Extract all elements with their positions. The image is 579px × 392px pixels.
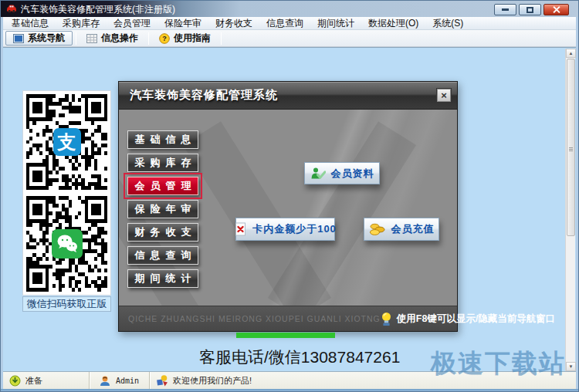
menu-item-7[interactable]: 数据处理(O)	[361, 17, 425, 30]
title-bar: 汽车装饰美容修配管理系统(非注册版)	[1, 1, 578, 17]
status-ready-cell: 准备	[3, 372, 90, 389]
vertical-scrollbar[interactable]: ▲ ▼	[565, 49, 575, 371]
alipay-qr-code: 支	[26, 94, 107, 190]
welcome-icon	[156, 374, 168, 387]
nav-button-column: 基础信息采购库存会员管理保险年审财务收支信息查询期间统计	[127, 130, 198, 288]
nav-button-0[interactable]: 基础信息	[127, 130, 198, 149]
toolbar-button-info-ops[interactable]: 信息操作	[80, 31, 145, 46]
nav-button-label: 保险年审	[135, 202, 197, 216]
v-watermark	[268, 121, 416, 306]
user-icon	[99, 375, 111, 387]
toolbar-label: 使用指南	[174, 32, 211, 45]
menu-item-0[interactable]: 基础信息	[5, 17, 56, 30]
svg-text:?: ?	[162, 35, 167, 42]
window-controls	[494, 4, 569, 15]
member-icon	[310, 167, 326, 181]
footer-romanized-text: QICHE ZHUANGSHI MEIRONG XIOUPEI GUANLI X…	[128, 314, 381, 323]
maximize-button[interactable]	[519, 4, 541, 15]
logged-in-user: Admin	[116, 377, 139, 385]
close-button[interactable]	[543, 4, 569, 15]
nav-button-label: 会员管理	[135, 179, 197, 193]
navigation-window-body: 基础信息采购库存会员管理保险年审财务收支信息查询期间统计 会员资料卡内金额少于1…	[119, 110, 457, 306]
menu-item-3[interactable]: 保险年审	[157, 17, 208, 30]
qr-panel: 支 微信扫码获取正版	[22, 90, 111, 312]
nav-button-5[interactable]: 信息查询	[127, 246, 198, 265]
window-title: 汽车装饰美容修配管理系统(非注册版)	[21, 3, 175, 16]
menu-item-2[interactable]: 会员管理	[107, 17, 157, 30]
ready-status-text: 准备	[25, 375, 42, 387]
ready-status-icon	[9, 375, 21, 387]
window-bottom-edge	[1, 389, 578, 392]
scroll-down-button[interactable]: ▼	[566, 362, 576, 371]
toolbar-label: 系统导航	[28, 32, 65, 45]
app-window: 汽车装饰美容修配管理系统(非注册版) 基础信息采购库存会员管理保险年审财务收支信…	[0, 0, 579, 392]
navigation-window-titlebar: 汽车装饰美容修配管理系统 ×	[119, 82, 457, 110]
qr-caption: 微信扫码获取正版	[22, 296, 111, 312]
toolbar: 系统导航信息操作?使用指南	[3, 30, 576, 47]
lightbulb-icon	[381, 312, 392, 326]
close-icon	[552, 6, 560, 13]
wechat-logo	[52, 229, 83, 259]
navigation-window-footer: QICHE ZHUANGSHI MEIRONG XIOUPEI GUANLI X…	[119, 306, 457, 331]
doc-x-icon	[234, 222, 247, 236]
action-button-label: 会员充值	[391, 222, 435, 236]
menu-item-4[interactable]: 财务收支	[208, 17, 259, 30]
nav-button-6[interactable]: 期间统计	[127, 269, 198, 288]
nav-button-label: 期间统计	[135, 272, 197, 286]
nav-button-4[interactable]: 财务收支	[127, 223, 198, 242]
menu-item-1[interactable]: 采购库存	[56, 17, 107, 30]
maximize-icon	[527, 7, 533, 13]
toolbar-separator	[221, 32, 222, 45]
alipay-logo: 支	[53, 128, 81, 156]
toolbar-separator	[76, 32, 76, 45]
toolbar-button-system-nav[interactable]: 系统导航	[5, 31, 73, 46]
footer-hint-text: 使用F8键可以显示/隐藏当前导航窗口	[397, 313, 556, 326]
help-icon: ?	[159, 33, 170, 44]
minimize-icon	[502, 8, 509, 11]
recharge-button[interactable]: 会员充值	[364, 218, 439, 241]
nav-button-label: 财务收支	[135, 225, 197, 239]
menu-item-5[interactable]: 信息查询	[259, 17, 310, 30]
wechat-qr-code	[26, 196, 107, 292]
nav-button-2-active[interactable]: 会员管理	[127, 177, 198, 195]
scroll-up-button[interactable]: ▲	[566, 49, 576, 58]
menu-bar: 基础信息采购库存会员管理保险年审财务收支信息查询期间统计数据处理(O)系统(S)	[3, 17, 576, 30]
nav-button-label: 基础信息	[135, 133, 197, 147]
window-icon	[13, 34, 24, 43]
customer-service-text: 客服电话/微信13087847261	[199, 346, 400, 368]
action-button-label: 会员资料	[331, 167, 374, 181]
toolbar-label: 信息操作	[101, 32, 138, 45]
car-app-icon	[5, 3, 18, 14]
grid-icon	[86, 34, 97, 43]
menu-item-8[interactable]: 系统(S)	[425, 17, 470, 30]
site-watermark: 极速下载站	[431, 346, 566, 381]
minimize-button[interactable]	[494, 4, 516, 15]
menu-item-6[interactable]: 期间统计	[310, 17, 361, 30]
toolbar-separator	[148, 32, 149, 45]
nav-button-1[interactable]: 采购库存	[127, 154, 198, 172]
action-button-label: 卡内金额少于100	[252, 222, 337, 236]
status-user-cell: Admin	[90, 372, 150, 389]
navigation-close-button[interactable]: ×	[437, 89, 451, 102]
low-balance-button[interactable]: 卡内金额少于100	[235, 218, 335, 241]
content-area: 支 微信扫码获取正版 汽车装饰美容修配管理系统 × 基础信息采购库存会员管理保险…	[3, 47, 576, 371]
nav-button-3[interactable]: 保险年审	[127, 200, 198, 218]
coins-icon	[369, 222, 386, 236]
qr-panel-background: 支	[22, 90, 111, 296]
welcome-message: 欢迎使用我们的产品!	[173, 375, 252, 387]
footer-hint: 使用F8键可以显示/隐藏当前导航窗口	[381, 312, 556, 326]
navigation-window: 汽车装饰美容修配管理系统 × 基础信息采购库存会员管理保险年审财务收支信息查询期…	[118, 81, 458, 332]
green-progress-bar	[236, 333, 335, 338]
navigation-window-title: 汽车装饰美容修配管理系统	[130, 88, 278, 103]
nav-button-label: 信息查询	[135, 248, 197, 262]
toolbar-button-user-guide[interactable]: ?使用指南	[152, 31, 218, 46]
member-info-button[interactable]: 会员资料	[304, 162, 380, 184]
nav-button-label: 采购库存	[135, 156, 197, 170]
scrollbar-thumb[interactable]	[567, 59, 575, 236]
